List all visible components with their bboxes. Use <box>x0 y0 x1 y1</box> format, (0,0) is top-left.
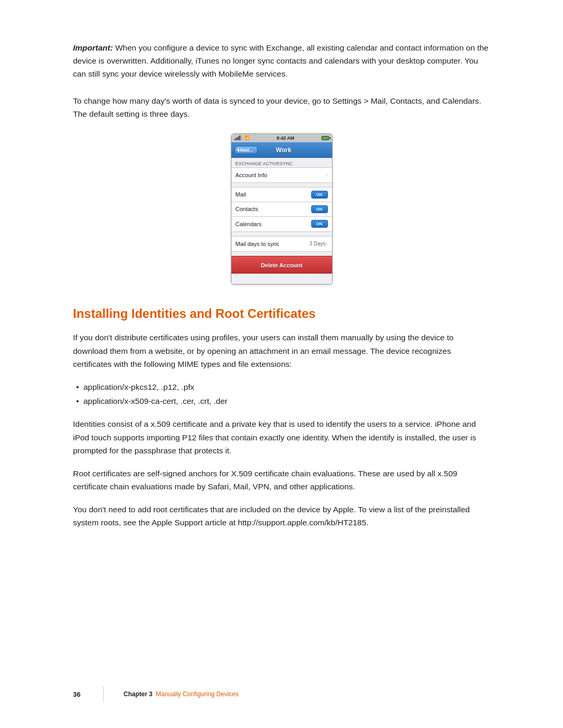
important-word: Important: <box>73 43 113 52</box>
contacts-row: Contacts ON <box>231 202 332 217</box>
iphone-screenshot: 📶 9:42 AM Mail... Work Exchange ActiveSy… <box>231 133 333 285</box>
calendars-toggle[interactable]: ON <box>311 220 328 228</box>
sync-paragraph: To change how many day's worth of data i… <box>73 95 490 121</box>
page-number: 36 <box>73 690 94 698</box>
calendars-row: Calendars ON <box>231 217 332 231</box>
account-info-chevron: › <box>326 171 328 179</box>
contacts-label: Contacts <box>236 206 311 212</box>
signal-bar-1 <box>235 139 236 140</box>
signal-bar-5 <box>241 135 242 140</box>
carrier-label: 📶 <box>244 135 250 140</box>
nav-bar: Mail... Work <box>231 142 332 158</box>
signal-bar-4 <box>239 135 240 140</box>
contacts-toggle[interactable]: ON <box>311 205 328 213</box>
account-info-label: Account Info <box>236 172 326 178</box>
account-info-row[interactable]: Account Info › <box>231 168 332 182</box>
mail-days-label: Mail days to sync <box>236 241 310 247</box>
important-paragraph: Important: When you configure a device t… <box>73 42 490 80</box>
mail-days-value: 3 Days <box>309 241 325 246</box>
list-item: application/x-x509-ca-cert, .cer, .crt, … <box>73 394 490 408</box>
mail-days-group: Mail days to sync 3 Days › <box>231 236 332 252</box>
status-bar: 📶 9:42 AM <box>231 134 332 142</box>
calendars-label: Calendars <box>236 221 311 227</box>
list-item: application/x-pkcs12, .p12, .pfx <box>73 380 490 394</box>
body-paragraph-1: If you don't distribute certificates usi… <box>73 331 490 371</box>
exchange-section-header: Exchange ActiveSync <box>231 158 332 167</box>
signal-bar-3 <box>238 137 239 140</box>
page: Important: When you configure a device t… <box>0 0 563 728</box>
delete-account-row[interactable]: Delete Account <box>231 256 332 274</box>
delete-account-button[interactable]: Delete Account <box>261 262 302 268</box>
mail-days-row[interactable]: Mail days to sync 3 Days › <box>231 237 332 251</box>
bullet-list: application/x-pkcs12, .p12, .pfx applica… <box>73 380 490 408</box>
account-info-group: Account Info › <box>231 167 332 183</box>
section-heading: Installing Identities and Root Certifica… <box>73 305 490 322</box>
body-paragraph-4: You don't need to add root certificates … <box>73 503 490 529</box>
body-paragraph-3: Root certificates are self-signed anchor… <box>73 467 490 493</box>
mail-row: Mail ON <box>231 188 332 202</box>
battery-icon <box>322 136 329 140</box>
mail-toggle[interactable]: ON <box>311 191 328 199</box>
body-paragraph-2: Identities consist of a x.509 certificat… <box>73 417 490 458</box>
signal-bars <box>235 135 242 140</box>
status-time: 9:42 AM <box>276 135 294 141</box>
important-text: When you configure a device to sync with… <box>73 43 488 78</box>
mail-days-chevron: › <box>326 240 328 248</box>
toggles-group: Mail ON Contacts ON Calendars ON <box>231 187 332 232</box>
chapter-text: Manually Configuring Devices <box>156 690 239 698</box>
status-left: 📶 <box>235 135 250 140</box>
nav-back-button[interactable]: Mail... <box>235 146 258 154</box>
nav-title: Work <box>258 146 310 154</box>
footer-chapter: Chapter 3 Manually Configuring Devices <box>124 690 239 698</box>
footer-divider <box>103 686 104 702</box>
bottom-padding <box>231 278 332 284</box>
chapter-label: Chapter 3 <box>124 690 152 698</box>
page-footer: 36 Chapter 3 Manually Configuring Device… <box>0 686 563 702</box>
signal-bar-2 <box>236 138 237 140</box>
iphone-content: Exchange ActiveSync Account Info › Mail … <box>231 158 332 284</box>
mail-label: Mail <box>236 191 311 198</box>
